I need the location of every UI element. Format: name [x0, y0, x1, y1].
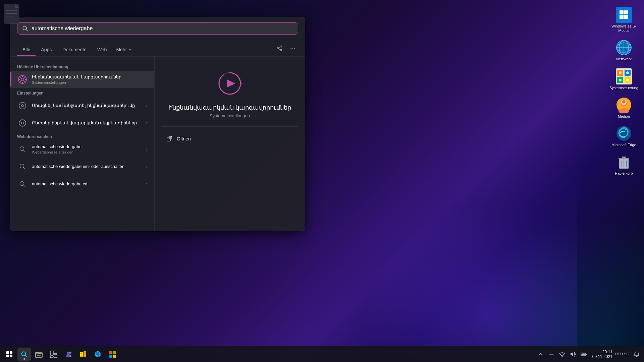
hidden-icons-button[interactable]: [536, 350, 545, 359]
taskbar: DEU: [0, 346, 644, 362]
volume-button[interactable]: [568, 350, 578, 359]
desktop-icon-medion[interactable]: Medion: [610, 97, 637, 119]
autoplay-settings-icon: [17, 74, 28, 85]
result-settings-1[interactable]: Միացնել կամ անջատել ինքնանվագարկումը ›: [10, 97, 154, 114]
detail-subtitle: Systemeinstellungen: [210, 113, 250, 118]
svg-rect-0: [620, 10, 624, 14]
web3-text: automatische wiedergabe cd: [32, 181, 142, 187]
web-search-icon: [19, 146, 26, 153]
tab-apps[interactable]: Apps: [36, 44, 57, 56]
tab-dokumente[interactable]: Dokumente: [57, 44, 92, 56]
taskbar-left: [3, 348, 119, 361]
desktop-icon-edge[interactable]: Microsoft Edge: [610, 125, 637, 147]
notification-icon: [634, 351, 640, 357]
settings1-arrow: ›: [146, 103, 148, 108]
svg-rect-67: [37, 355, 39, 356]
result-web-3[interactable]: automatische wiedergabe cd ›: [10, 175, 154, 193]
svg-rect-81: [113, 351, 116, 354]
svg-point-39: [290, 48, 291, 49]
svg-rect-28: [622, 157, 626, 158]
web2-title: automatische wiedergabe ein- oder aussch…: [32, 164, 142, 170]
search-input[interactable]: [32, 25, 293, 32]
language-display: DEU SG: [615, 352, 629, 357]
desktop-icon-systemsteuerung[interactable]: Systemsteuerung: [610, 68, 637, 90]
result-web-2[interactable]: automatische wiedergabe ein- oder aussch…: [10, 158, 154, 175]
chevron-down-icon: [128, 48, 132, 52]
battery-button[interactable]: [579, 350, 588, 359]
result-web-1[interactable]: automatische wiedergabe - Webergebnisse …: [10, 140, 154, 158]
svg-rect-83: [113, 355, 116, 358]
result-autoplay-settings[interactable]: Ինքնանվագարկման կարգավորումներ Systemein…: [10, 71, 154, 88]
settings2-icon: [17, 118, 28, 128]
teams-icon: [65, 351, 72, 358]
more-button[interactable]: [287, 43, 298, 54]
language-button[interactable]: DEU: [547, 350, 556, 359]
file-manager-button[interactable]: [76, 348, 90, 361]
svg-rect-2: [620, 15, 624, 19]
svg-line-33: [26, 29, 28, 31]
desktop-icon-windows11[interactable]: Windows 11 S-Modus: [610, 7, 637, 33]
notification-button[interactable]: [632, 350, 641, 359]
wifi-button[interactable]: [557, 350, 567, 359]
svg-rect-72: [50, 356, 53, 358]
autoplay-text: Ինքնանվագարկման կարգավորումներ Systemein…: [32, 74, 148, 84]
teams-button[interactable]: [62, 348, 75, 361]
svg-point-47: [21, 122, 23, 124]
svg-point-44: [19, 102, 26, 109]
ime-icon: DEU: [548, 351, 554, 357]
web1-icon: [17, 144, 28, 155]
detail-divider: [161, 126, 298, 127]
search-indicator: [23, 358, 25, 360]
svg-rect-71: [54, 354, 57, 358]
svg-point-40: [292, 48, 293, 49]
search-box: [10, 17, 305, 40]
svg-point-41: [294, 48, 295, 49]
svg-rect-68: [39, 355, 41, 356]
svg-marker-87: [571, 352, 573, 357]
papierkorb-label: Papierkorb: [615, 171, 633, 176]
svg-point-43: [21, 78, 24, 81]
systemsteuerung-label: Systemsteuerung: [609, 86, 638, 90]
tab-alle[interactable]: Alle: [17, 44, 36, 56]
search-button[interactable]: [17, 348, 31, 361]
settings1-icon: [17, 100, 28, 111]
share-button[interactable]: [274, 43, 285, 54]
gear-icon: [18, 75, 27, 84]
detail-action-open[interactable]: Öffnen: [161, 132, 298, 145]
settings2-arrow: ›: [146, 120, 148, 126]
desktop-icon-papierkorb[interactable]: Papierkorb: [610, 154, 637, 176]
svg-line-49: [23, 150, 25, 152]
result-settings-2[interactable]: Ընտրեք ինքնանվագարկման սկզբնադիրները ›: [10, 114, 154, 132]
svg-line-65: [25, 355, 27, 357]
task-view-button[interactable]: [47, 348, 60, 361]
desktop-icon-netzwerk[interactable]: Netzwerk: [610, 40, 637, 61]
svg-point-25: [625, 128, 627, 130]
file-explorer-button[interactable]: [32, 348, 46, 361]
date-display: 09.11.2021: [592, 354, 612, 359]
web1-title: automatische wiedergabe -: [32, 144, 142, 150]
sys-tray: DEU: [536, 350, 588, 359]
search-content: Höchste Übereinstimmung Ինքնանվագարկման …: [10, 57, 305, 231]
clock-area[interactable]: 20:11 09.11.2021: [592, 350, 612, 359]
more-icon: [290, 45, 296, 51]
settings1-title: Միացնել կամ անջատել ինքնանվագարկումը: [32, 103, 142, 109]
search-input-wrap[interactable]: [17, 22, 298, 35]
svg-rect-63: [10, 355, 12, 357]
svg-rect-27: [619, 158, 629, 159]
netzwerk-icon: [616, 40, 632, 56]
windows11-icon: [619, 9, 629, 20]
store-button[interactable]: [106, 348, 119, 361]
svg-rect-62: [6, 355, 9, 357]
svg-point-46: [19, 120, 26, 126]
svg-point-86: [561, 356, 562, 357]
medion-icon: [616, 97, 632, 113]
web1-arrow: ›: [146, 146, 148, 152]
papierkorb-icon: [616, 154, 632, 170]
tab-web[interactable]: Web: [92, 44, 112, 56]
edge-taskbar-button[interactable]: [91, 348, 105, 361]
taskview-icon: [50, 351, 57, 358]
start-button[interactable]: [3, 348, 16, 361]
svg-rect-60: [6, 351, 9, 354]
autoplay-subtitle: Systemeinstellungen: [32, 80, 148, 84]
tab-mehr[interactable]: Mehr: [112, 44, 136, 55]
